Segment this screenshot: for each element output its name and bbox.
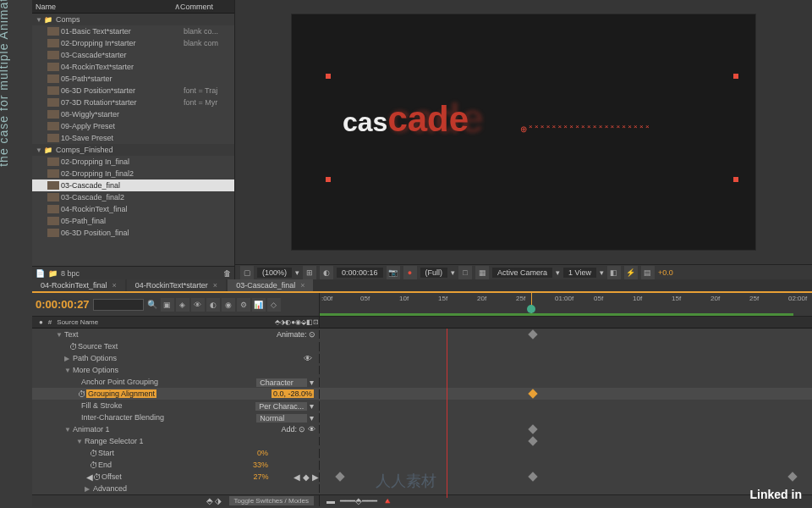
source-name-column[interactable]: Source Name [57, 318, 98, 326]
twirl-icon[interactable]: ▼ [64, 426, 73, 433]
comp-item[interactable]: 01-Basic Text*starterblank co... [32, 25, 234, 37]
blending-dropdown[interactable]: Normal [256, 414, 307, 422]
keyframe-icon[interactable] [528, 436, 537, 445]
col-name-header[interactable]: Name [36, 3, 174, 11]
composition-canvas[interactable]: cascade ⊕ × × × × × × × × × × × × × × × … [291, 14, 756, 251]
twirl-icon[interactable]: ▶ [85, 485, 93, 493]
chevron-down-icon[interactable]: ▾ [295, 268, 299, 277]
property-path-options[interactable]: ▶Path Options👁 [32, 352, 812, 364]
project-tree[interactable]: ▼ 📁 Comps 01-Basic Text*starterblank co.… [32, 14, 234, 266]
grid-icon[interactable]: ⊞ [303, 266, 316, 279]
keyframe-icon[interactable] [787, 472, 797, 481]
preview-area[interactable]: cascade ⊕ × × × × × × × × × × × × × × × … [235, 0, 812, 264]
search-icon[interactable]: 🔍 [147, 300, 157, 309]
property-fill-stroke[interactable]: Fill & StrokePer Charac... ▾ [32, 400, 812, 411]
property-offset[interactable]: ◀⏱ Offset27%◀ ◆ ▶ [32, 471, 812, 483]
twirl-icon[interactable]: ▼ [76, 438, 85, 445]
motion-blur-icon[interactable]: ◉ [222, 298, 235, 312]
zoom-slider[interactable]: ━━━⬘━━━ [340, 496, 377, 505]
comp-item[interactable]: 03-Cascade_final2 [32, 191, 234, 203]
property-grouping-alignment[interactable]: ⏱ Grouping Alignment0.0, -28.0% [32, 388, 812, 400]
fast-preview-icon[interactable]: ⚡ [624, 266, 638, 279]
eye-icon[interactable]: 👁 [304, 354, 312, 363]
comp-item[interactable]: 06-3D Position*starterfont = Traj [32, 85, 234, 97]
toggle-switches-button[interactable]: Toggle Switches / Modes [229, 496, 315, 505]
comp-item[interactable]: 05-Path_final [32, 215, 234, 227]
stopwatch-icon[interactable]: ⏱ [78, 389, 86, 399]
snapshot-icon[interactable]: 📷 [387, 266, 400, 279]
brain-icon[interactable]: ⚙ [237, 298, 250, 312]
shy-icon[interactable]: 👁 [191, 298, 205, 312]
eye-icon[interactable]: 👁 [308, 425, 315, 433]
graph-editor-icon[interactable]: 📊 [252, 298, 266, 312]
search-input[interactable] [93, 299, 144, 311]
comp-item-selected[interactable]: 03-Cascade_final [32, 179, 234, 191]
col-comment-header[interactable]: Comment [180, 3, 231, 11]
twirl-icon[interactable]: ▼ [36, 146, 44, 154]
property-end[interactable]: ⏱ End33% [32, 459, 812, 471]
resolution-dropdown[interactable]: (Full) [420, 268, 448, 278]
property-text[interactable]: ▼TextAnimate: ⊙ [32, 329, 812, 340]
zoom-in-icon[interactable]: 🔺 [382, 496, 392, 505]
fill-dropdown[interactable]: Per Charac... [255, 402, 307, 411]
comp-item[interactable]: 02-Dropping In_final [32, 156, 234, 168]
comp-item[interactable]: 09-Apply Preset [32, 120, 234, 132]
comp-item[interactable]: 02-Dropping In_final2 [32, 168, 234, 179]
tab-rockintext-starter[interactable]: 04-RockinText*starter× [127, 279, 226, 291]
keyframe-icon[interactable] [335, 472, 344, 481]
keyframe-icon[interactable] [528, 389, 537, 398]
exposure-value[interactable]: +0.0 [658, 268, 673, 277]
property-animator1[interactable]: ▼Animator 1Add: ⊙ 👁 [32, 423, 812, 435]
property-range-selector[interactable]: ▼Range Selector 1 [32, 435, 812, 447]
chevron-down-icon[interactable]: ▾ [600, 268, 604, 277]
keyframe-nav-prev[interactable]: ◀ [86, 472, 93, 482]
time-ruler[interactable]: :00f 05f 10f 15f 20f 25f 01:00f 05f 10f … [320, 293, 812, 316]
keyframe-icon[interactable] [528, 424, 537, 433]
camera-dropdown[interactable]: Active Camera [492, 268, 552, 278]
bbox-handle[interactable] [326, 177, 331, 182]
interpret-icon[interactable]: 📄 [36, 269, 45, 278]
comp-item[interactable]: 10-Save Preset [32, 132, 234, 144]
property-source-text[interactable]: ⏱ Source Text [32, 340, 812, 352]
add-button[interactable]: Add: ⊙ 👁 [281, 425, 315, 433]
eye-column[interactable]: ● [39, 318, 43, 326]
keyframe-icon[interactable] [528, 329, 537, 339]
timeline-icon[interactable]: ▤ [641, 266, 655, 279]
auto-keyframe-icon[interactable]: ◇ [267, 298, 281, 312]
tab-cascade-final[interactable]: 03-Cascade_final× [228, 279, 313, 291]
roi-icon[interactable]: □ [458, 266, 472, 279]
property-start[interactable]: ⏱ Start0% [32, 447, 812, 459]
property-anchor-grouping[interactable]: Anchor Point GroupingCharacter ▾ [32, 376, 812, 388]
anchor-point-icon[interactable]: ⊕ [520, 124, 527, 134]
grouping-value[interactable]: 0.0, -28.0% [272, 389, 314, 398]
transparency-icon[interactable]: ▦ [475, 266, 489, 279]
num-column[interactable]: # [48, 318, 52, 326]
current-time[interactable]: 0:00:00:16 [337, 268, 383, 278]
zoom-out-icon[interactable]: ▬ [326, 496, 335, 505]
layer-switches-icon[interactable]: ⬘ ⬗ [206, 496, 222, 505]
draft-3d-icon[interactable]: ◈ [176, 298, 189, 312]
comp-item[interactable]: 04-RockinText_final [32, 203, 234, 215]
folder-comps-finished[interactable]: ▼ 📁 Comps_Finished [32, 144, 234, 156]
stopwatch-icon[interactable]: ⏱ [69, 342, 78, 351]
delete-icon[interactable]: 🗑 [223, 269, 231, 278]
zoom-dropdown[interactable]: (100%) [257, 268, 292, 278]
start-value[interactable]: 0% [257, 449, 268, 457]
current-timecode[interactable]: 0:00:00:27 [36, 298, 90, 311]
twirl-icon[interactable]: ▼ [56, 331, 64, 339]
new-folder-icon[interactable]: 📁 [48, 269, 58, 278]
switches-icons[interactable]: ⬘⬗◐●◉⬙◧⊡ [275, 318, 319, 326]
playhead-indicator[interactable] [527, 305, 535, 313]
always-preview-icon[interactable]: ▢ [240, 266, 254, 279]
animate-button[interactable]: Animate: ⊙ [277, 330, 315, 339]
stopwatch-icon[interactable]: ⏱ [93, 472, 102, 482]
close-icon[interactable]: × [112, 281, 117, 290]
twirl-icon[interactable]: ▶ [64, 355, 73, 362]
mask-icon[interactable]: ◐ [320, 266, 333, 279]
folder-comps[interactable]: ▼ 📁 Comps [32, 14, 234, 25]
text-layer-preview[interactable]: cascade [343, 99, 469, 140]
comp-item[interactable]: 03-Cascade*starter [32, 49, 234, 61]
close-icon[interactable]: × [213, 281, 217, 290]
stopwatch-icon[interactable]: ⏱ [90, 461, 98, 470]
stopwatch-icon[interactable]: ⏱ [90, 449, 98, 458]
